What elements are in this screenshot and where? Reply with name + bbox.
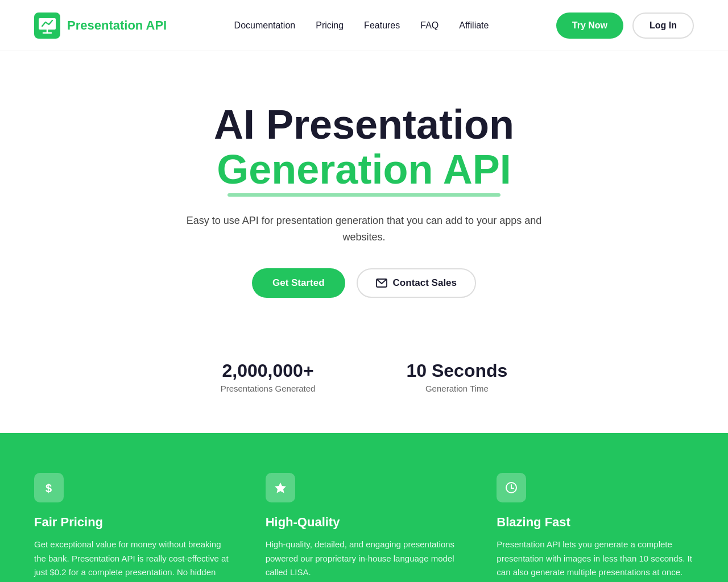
try-now-button[interactable]: Try Now: [556, 13, 623, 39]
stats-section: 2,000,000+ Presentations Generated 10 Se…: [0, 332, 728, 433]
header: Presentation API Documentation Pricing F…: [0, 0, 728, 51]
nav-pricing[interactable]: Pricing: [316, 20, 344, 31]
header-actions: Try Now Log In: [556, 13, 694, 39]
clock-icon: [504, 481, 518, 494]
svg-marker-6: [275, 483, 286, 493]
svg-text:$: $: [46, 482, 52, 494]
mail-icon: [376, 278, 387, 288]
stat-presentations-value: 2,000,000+: [221, 360, 316, 381]
hero-headline: AI Presentation Generation API: [34, 102, 694, 192]
logo[interactable]: Presentation API: [34, 13, 167, 39]
main-nav: Documentation Pricing Features FAQ Affil…: [234, 20, 489, 31]
feature-high-quality: High-Quality High-quality, detailed, and…: [266, 473, 463, 582]
stat-presentations: 2,000,000+ Presentations Generated: [221, 360, 316, 393]
blazing-fast-icon-box: [497, 473, 526, 502]
fair-pricing-desc: Get exceptional value for money without …: [34, 538, 231, 582]
blazing-fast-desc: Presentation API lets you generate a com…: [497, 538, 694, 580]
nav-faq[interactable]: FAQ: [420, 20, 439, 31]
logo-icon: [34, 13, 60, 39]
get-started-button[interactable]: Get Started: [252, 268, 345, 298]
nav-affiliate[interactable]: Affiliate: [459, 20, 489, 31]
feature-fair-pricing: $ Fair Pricing Get exceptional value for…: [34, 473, 231, 582]
high-quality-title: High-Quality: [266, 515, 463, 530]
high-quality-icon-box: [266, 473, 295, 502]
login-button[interactable]: Log In: [632, 13, 694, 39]
dollar-icon: $: [42, 481, 56, 494]
logo-text: Presentation API: [67, 18, 167, 33]
nav-documentation[interactable]: Documentation: [234, 20, 296, 31]
stat-time-label: Generation Time: [406, 384, 507, 393]
feature-blazing-fast: Blazing Fast Presentation API lets you g…: [497, 473, 694, 582]
stat-presentations-label: Presentations Generated: [221, 384, 316, 393]
blazing-fast-title: Blazing Fast: [497, 515, 694, 530]
hero-subtitle: Easy to use API for presentation generat…: [182, 213, 546, 246]
fair-pricing-title: Fair Pricing: [34, 515, 231, 530]
high-quality-desc: High-quality, detailed, and engaging pre…: [266, 538, 463, 580]
nav-features[interactable]: Features: [364, 20, 400, 31]
features-grid: $ Fair Pricing Get exceptional value for…: [34, 473, 694, 582]
hero-section: AI Presentation Generation API Easy to u…: [0, 51, 728, 332]
features-section: $ Fair Pricing Get exceptional value for…: [0, 433, 728, 582]
hero-buttons: Get Started Contact Sales: [34, 268, 694, 298]
stat-generation-time: 10 Seconds Generation Time: [406, 360, 507, 393]
star-icon: [274, 481, 287, 494]
stat-time-value: 10 Seconds: [406, 360, 507, 381]
contact-sales-button[interactable]: Contact Sales: [357, 268, 476, 298]
fair-pricing-icon-box: $: [34, 473, 64, 502]
